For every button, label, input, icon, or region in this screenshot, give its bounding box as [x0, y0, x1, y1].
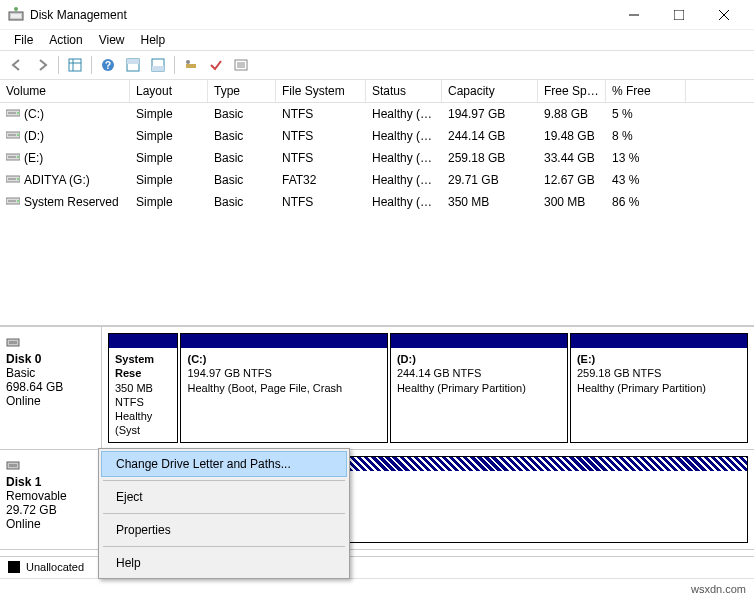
footer-text: wsxdn.com	[691, 583, 746, 595]
volume-status: Healthy (B...	[366, 103, 442, 125]
volume-status: Healthy (P...	[366, 147, 442, 169]
partition-header	[109, 334, 177, 348]
partition-name: System Rese	[115, 352, 171, 381]
disk-label[interactable]: Disk 1Removable29.72 GBOnline	[0, 450, 102, 549]
menu-properties[interactable]: Properties	[101, 517, 347, 543]
svg-point-27	[17, 134, 19, 136]
back-button[interactable]	[6, 54, 28, 76]
col-header-capacity[interactable]: Capacity	[442, 80, 538, 102]
partition[interactable]: (E:)259.18 GB NTFSHealthy (Primary Parti…	[570, 333, 748, 443]
view-bottom-button[interactable]	[147, 54, 169, 76]
disk-name: Disk 1	[6, 475, 95, 489]
svg-point-30	[17, 156, 19, 158]
list-button[interactable]	[230, 54, 252, 76]
col-header-volume[interactable]: Volume	[0, 80, 130, 102]
volume-capacity: 244.14 GB	[442, 125, 538, 147]
partition-body: System Rese350 MB NTFSHealthy (Syst	[109, 348, 177, 442]
view-list-button[interactable]	[64, 54, 86, 76]
volume-pfree: 43 %	[606, 169, 686, 191]
settings-button[interactable]	[180, 54, 202, 76]
menu-change-drive-letter[interactable]: Change Drive Letter and Paths...	[101, 451, 347, 477]
disk-icon	[6, 335, 95, 352]
menu-file[interactable]: File	[6, 31, 41, 49]
separator	[174, 56, 175, 74]
col-header-free[interactable]: Free Spa...	[538, 80, 606, 102]
disk-type: Removable	[6, 489, 95, 503]
menu-view[interactable]: View	[91, 31, 133, 49]
maximize-button[interactable]	[656, 0, 701, 30]
close-button[interactable]	[701, 0, 746, 30]
partition-body: (D:)244.14 GB NTFSHealthy (Primary Parti…	[391, 348, 567, 442]
legend-unallocated: Unallocated	[26, 561, 84, 573]
svg-rect-16	[186, 64, 196, 68]
help-button[interactable]: ?	[97, 54, 119, 76]
partition-name: (C:)	[187, 352, 380, 366]
partition-health: Healthy (Primary Partition)	[397, 381, 561, 395]
volume-row[interactable]: System ReservedSimpleBasicNTFSHealthy (S…	[0, 191, 754, 213]
partition-size: 194.97 GB NTFS	[187, 366, 380, 380]
volume-type: Basic	[208, 169, 276, 191]
partition[interactable]: System Rese350 MB NTFSHealthy (Syst	[108, 333, 178, 443]
svg-rect-1	[11, 14, 21, 18]
svg-point-17	[186, 60, 190, 64]
disk-partitions: System Rese350 MB NTFSHealthy (Syst(C:)1…	[102, 327, 754, 449]
volume-row[interactable]: ADITYA (G:)SimpleBasicFAT32Healthy (P...…	[0, 169, 754, 191]
volume-row[interactable]: (D:)SimpleBasicNTFSHealthy (P...244.14 G…	[0, 125, 754, 147]
disk-type: Basic	[6, 366, 95, 380]
context-menu: Change Drive Letter and Paths... Eject P…	[98, 448, 350, 579]
svg-rect-26	[8, 134, 16, 136]
volume-row[interactable]: (E:)SimpleBasicNTFSHealthy (P...259.18 G…	[0, 147, 754, 169]
view-top-button[interactable]	[122, 54, 144, 76]
partition-body: (E:)259.18 GB NTFSHealthy (Primary Parti…	[571, 348, 747, 442]
col-header-filesystem[interactable]: File System	[276, 80, 366, 102]
volume-status: Healthy (P...	[366, 169, 442, 191]
forward-button[interactable]	[31, 54, 53, 76]
disk-size: 29.72 GB	[6, 503, 95, 517]
drive-icon	[6, 151, 20, 165]
partition-size: 350 MB NTFS	[115, 381, 171, 410]
col-header-type[interactable]: Type	[208, 80, 276, 102]
volume-capacity: 194.97 GB	[442, 103, 538, 125]
partition[interactable]: (C:)194.97 GB NTFSHealthy (Boot, Page Fi…	[180, 333, 387, 443]
titlebar: Disk Management	[0, 0, 754, 30]
check-button[interactable]	[205, 54, 227, 76]
volume-type: Basic	[208, 103, 276, 125]
menu-help[interactable]: Help	[133, 31, 174, 49]
partition[interactable]: (D:)244.14 GB NTFSHealthy (Primary Parti…	[390, 333, 568, 443]
volume-row[interactable]: (C:)SimpleBasicNTFSHealthy (B...194.97 G…	[0, 103, 754, 125]
partition-health: Healthy (Primary Partition)	[577, 381, 741, 395]
disk-row: Disk 0Basic698.64 GBOnlineSystem Rese350…	[0, 327, 754, 450]
svg-rect-4	[674, 10, 684, 20]
svg-rect-15	[152, 66, 164, 71]
col-header-layout[interactable]: Layout	[130, 80, 208, 102]
volume-layout: Simple	[130, 169, 208, 191]
separator	[91, 56, 92, 74]
volume-pfree: 13 %	[606, 147, 686, 169]
menu-separator	[103, 513, 345, 514]
col-header-status[interactable]: Status	[366, 80, 442, 102]
partition-health: Healthy (Syst	[115, 409, 171, 438]
menu-help[interactable]: Help	[101, 550, 347, 576]
svg-rect-13	[127, 59, 139, 64]
svg-text:?: ?	[105, 60, 111, 71]
disk-size: 698.64 GB	[6, 380, 95, 394]
svg-rect-29	[8, 156, 16, 158]
volume-pfree: 8 %	[606, 125, 686, 147]
disk-label[interactable]: Disk 0Basic698.64 GBOnline	[0, 327, 102, 449]
separator	[58, 56, 59, 74]
volume-capacity: 259.18 GB	[442, 147, 538, 169]
volume-name: (E:)	[24, 151, 43, 165]
partition-header	[391, 334, 567, 348]
toolbar: ?	[0, 50, 754, 80]
minimize-button[interactable]	[611, 0, 656, 30]
menu-eject[interactable]: Eject	[101, 484, 347, 510]
col-header-pfree[interactable]: % Free	[606, 80, 686, 102]
partition-size: 259.18 GB NTFS	[577, 366, 741, 380]
volume-free: 9.88 GB	[538, 103, 606, 125]
volume-fs: NTFS	[276, 103, 366, 125]
svg-point-24	[17, 112, 19, 114]
menu-action[interactable]: Action	[41, 31, 90, 49]
svg-rect-40	[9, 464, 17, 467]
drive-icon	[6, 107, 20, 121]
partition-header	[181, 334, 386, 348]
